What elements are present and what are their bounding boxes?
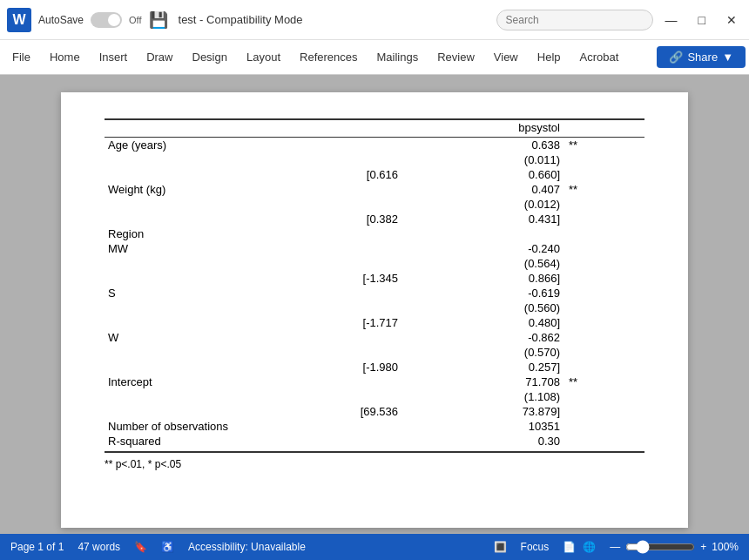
- table-row: W-0.862: [105, 330, 644, 345]
- row-sig: [563, 404, 644, 419]
- row-value: 0.431]: [401, 212, 563, 226]
- table-row: (0.011): [105, 152, 644, 167]
- search-input[interactable]: [496, 10, 653, 30]
- row-sig: [563, 434, 644, 449]
- zoom-plus-icon[interactable]: +: [700, 541, 706, 553]
- row-sig: [563, 256, 644, 271]
- row-label: [105, 300, 401, 315]
- accessibility-label: Accessibility: Unavailable: [188, 541, 306, 553]
- word-letter: W: [12, 12, 25, 28]
- header-col2: bpsystol: [401, 119, 563, 138]
- row-label: MW: [105, 241, 401, 256]
- zoom-controls: — + 100%: [610, 540, 739, 554]
- row-label: [105, 389, 401, 404]
- toggle-off-label: Off: [129, 15, 141, 25]
- ribbon-insert[interactable]: Insert: [91, 47, 137, 67]
- row-label: [0.616: [105, 167, 401, 182]
- row-sig: [563, 345, 644, 360]
- row-label: [-1.980: [105, 360, 401, 374]
- zoom-minus-icon[interactable]: —: [610, 541, 620, 553]
- row-label: [69.536: [105, 404, 401, 419]
- statistics-table: bpsystol Age (years)0.638**(0.011)[0.616…: [105, 118, 644, 453]
- row-value: 10351: [401, 419, 563, 434]
- page: bpsystol Age (years)0.638**(0.011)[0.616…: [61, 92, 688, 528]
- row-sig: [563, 212, 644, 226]
- doc-title: test - Compatibility Mode: [179, 13, 303, 26]
- row-value: -0.862: [401, 330, 563, 345]
- ribbon-review[interactable]: Review: [428, 47, 483, 67]
- row-sig: [563, 419, 644, 434]
- row-value: (1.108): [401, 389, 563, 404]
- table-footnote: ** p<.01, * p<.05: [105, 458, 644, 470]
- row-value: 0.480]: [401, 315, 563, 330]
- maximize-button[interactable]: □: [693, 11, 711, 29]
- row-label: [105, 345, 401, 360]
- ribbon-mailings[interactable]: Mailings: [368, 47, 428, 67]
- zoom-slider[interactable]: [625, 540, 695, 554]
- table-row: [-1.7170.480]: [105, 315, 644, 330]
- ribbon-design[interactable]: Design: [184, 47, 236, 67]
- table-row: R-squared0.30: [105, 434, 644, 449]
- save-icon[interactable]: 💾: [149, 10, 168, 30]
- row-value: 0.30: [401, 434, 563, 449]
- web-layout-icon[interactable]: 🌐: [583, 541, 596, 553]
- close-button[interactable]: ✕: [721, 11, 742, 29]
- row-sig: [563, 226, 644, 241]
- row-value: (0.011): [401, 152, 563, 167]
- minimize-button[interactable]: —: [660, 11, 683, 29]
- row-value: (0.570): [401, 345, 563, 360]
- row-sig: **: [563, 182, 644, 197]
- bookmark-icon: 🔖: [134, 541, 147, 553]
- table-row: [0.3820.431]: [105, 212, 644, 226]
- row-label: W: [105, 330, 401, 345]
- share-icon: 🔗: [669, 51, 683, 64]
- table-row: Number of observations10351: [105, 419, 644, 434]
- header-col3: [563, 119, 644, 138]
- row-label: [105, 256, 401, 271]
- row-value: 0.407: [401, 182, 563, 197]
- ribbon-home[interactable]: Home: [41, 47, 89, 67]
- ribbon-layout[interactable]: Layout: [238, 47, 289, 67]
- table-row: [-1.9800.257]: [105, 360, 644, 374]
- ribbon-help[interactable]: Help: [529, 47, 570, 67]
- title-bar: W AutoSave Off 💾 test - Compatibility Mo…: [0, 0, 749, 40]
- ribbon-view[interactable]: View: [485, 47, 527, 67]
- ribbon-draw[interactable]: Draw: [138, 47, 181, 67]
- zoom-level: 100%: [712, 541, 739, 553]
- table-row: (0.564): [105, 256, 644, 271]
- share-label: Share: [687, 51, 718, 64]
- ribbon-references[interactable]: References: [291, 47, 366, 67]
- row-label: [-1.717: [105, 315, 401, 330]
- word-count: 47 words: [78, 541, 120, 553]
- table-row: (0.570): [105, 345, 644, 360]
- table-row: (1.108): [105, 389, 644, 404]
- view-icons: 📄 🌐: [563, 541, 596, 553]
- row-label: [0.382: [105, 212, 401, 226]
- row-label: R-squared: [105, 434, 401, 449]
- document-area: bpsystol Age (years)0.638**(0.011)[0.616…: [0, 75, 749, 534]
- table-header-row: bpsystol: [105, 119, 644, 138]
- row-sig: **: [563, 138, 644, 153]
- row-sig: [563, 286, 644, 300]
- autosave-label: AutoSave: [38, 14, 84, 26]
- ribbon-file[interactable]: File: [3, 47, 39, 67]
- row-sig: [563, 389, 644, 404]
- print-layout-icon[interactable]: 📄: [563, 541, 576, 553]
- row-value: 0.257]: [401, 360, 563, 374]
- row-sig: [563, 271, 644, 286]
- share-button[interactable]: 🔗 Share ▼: [657, 46, 746, 68]
- table-row: S-0.619: [105, 286, 644, 300]
- table-row: [69.53673.879]: [105, 404, 644, 419]
- table-footer-row: [105, 449, 644, 452]
- row-sig: [563, 167, 644, 182]
- row-value: (0.564): [401, 256, 563, 271]
- row-label: Region: [105, 226, 401, 241]
- status-bar: Page 1 of 1 47 words 🔖 ♿ Accessibility: …: [0, 534, 749, 560]
- row-value: 0.638: [401, 138, 563, 153]
- row-value: 0.866]: [401, 271, 563, 286]
- ribbon-acrobat[interactable]: Acrobat: [571, 47, 628, 67]
- header-col1: [105, 119, 401, 138]
- row-label: Age (years): [105, 138, 401, 153]
- autosave-toggle[interactable]: [91, 12, 122, 28]
- row-label: [-1.345: [105, 271, 401, 286]
